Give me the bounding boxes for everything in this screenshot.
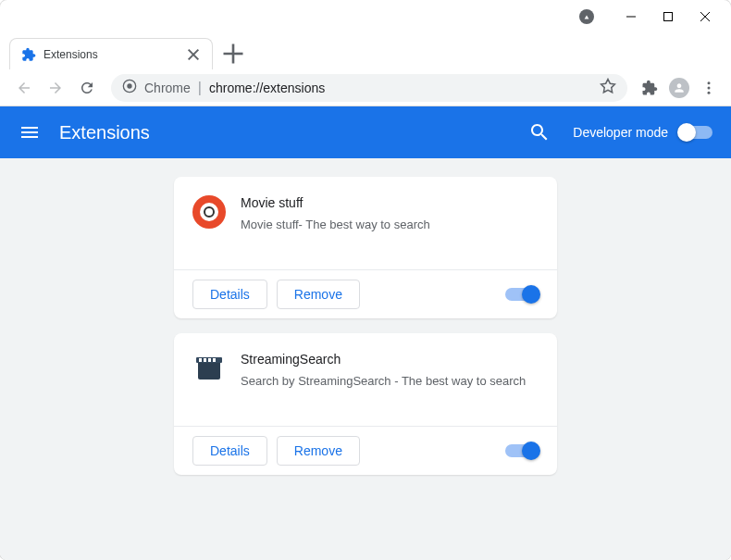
new-tab-button[interactable] [220, 41, 246, 67]
remove-button[interactable]: Remove [277, 436, 360, 466]
extension-name: Movie stuff [241, 195, 539, 210]
address-bar[interactable]: Chrome | chrome://extensions [111, 74, 627, 102]
svg-point-10 [127, 83, 131, 88]
svg-point-12 [708, 86, 711, 89]
toggle-knob [522, 442, 540, 460]
extension-puzzle-icon [21, 47, 36, 62]
extensions-list: Movie stuff Movie stuff- The best way to… [0, 158, 731, 560]
url-text: chrome://extensions [209, 81, 325, 95]
tab-title: Extensions [43, 48, 186, 61]
profile-button[interactable] [666, 75, 692, 101]
extension-enable-toggle[interactable] [505, 288, 539, 301]
incognito-indicator-icon [579, 9, 594, 24]
chrome-menu-button[interactable] [696, 75, 722, 101]
svg-rect-14 [198, 361, 220, 380]
developer-mode-label: Developer mode [573, 125, 668, 140]
extension-card: StreamingSearch Search by StreamingSearc… [174, 333, 557, 475]
search-icon[interactable] [528, 121, 551, 143]
svg-rect-18 [208, 358, 211, 362]
extension-name: StreamingSearch [241, 352, 539, 367]
toggle-knob [522, 285, 540, 304]
reload-button[interactable] [72, 73, 102, 103]
svg-rect-17 [204, 358, 206, 362]
window-close-button[interactable] [687, 3, 724, 31]
extension-description: Movie stuff- The best way to search [241, 216, 539, 234]
svg-point-13 [708, 91, 711, 93]
window-maximize-button[interactable] [650, 3, 687, 31]
url-protocol-text: Chrome [144, 81, 191, 95]
window-minimize-button[interactable] [613, 3, 650, 31]
extension-enable-toggle[interactable] [505, 444, 539, 457]
tab-strip: Extensions [0, 32, 731, 69]
page-title: Extensions [59, 122, 528, 143]
menu-hamburger-icon[interactable] [19, 121, 41, 143]
toggle-knob [677, 123, 696, 142]
bookmark-star-icon[interactable] [600, 78, 616, 98]
back-button[interactable] [9, 73, 39, 103]
browser-tab[interactable]: Extensions [9, 38, 213, 69]
tab-close-button[interactable] [186, 47, 201, 62]
extension-card: Movie stuff Movie stuff- The best way to… [174, 177, 557, 318]
svg-point-11 [708, 81, 711, 84]
extensions-icon[interactable] [637, 75, 663, 101]
details-button[interactable]: Details [192, 280, 267, 309]
details-button[interactable]: Details [192, 436, 267, 466]
svg-marker-0 [585, 15, 589, 19]
window-titlebar [0, 0, 731, 32]
chrome-page-icon [122, 79, 137, 97]
developer-mode-toggle[interactable] [679, 126, 712, 139]
extension-description: Search by StreamingSearch - The best way… [241, 372, 539, 391]
extension-icon [192, 195, 226, 229]
browser-toolbar: Chrome | chrome://extensions [0, 69, 731, 106]
url-separator: | [198, 80, 202, 96]
extensions-page-header: Extensions Developer mode [0, 106, 731, 158]
avatar-icon [669, 78, 689, 98]
remove-button[interactable]: Remove [277, 280, 360, 309]
svg-rect-19 [213, 358, 216, 362]
forward-button[interactable] [41, 73, 70, 103]
svg-rect-2 [664, 12, 673, 20]
extension-icon [192, 352, 226, 385]
svg-rect-16 [199, 358, 202, 362]
